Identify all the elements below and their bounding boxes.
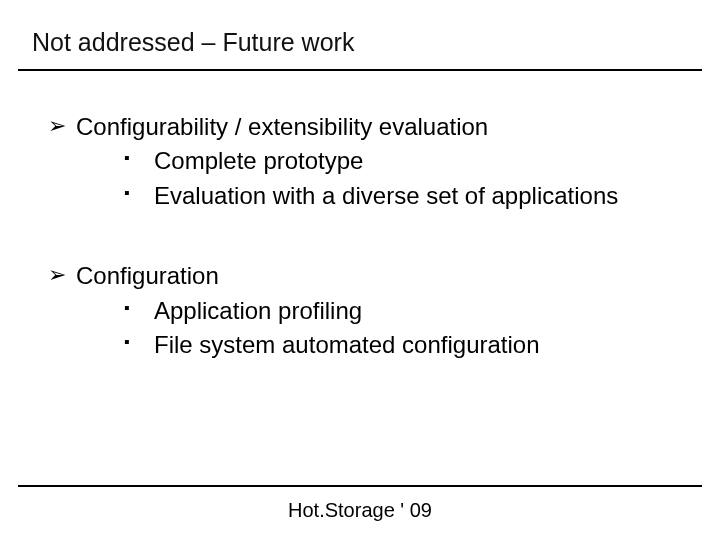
sub-list: ▪ Complete prototype ▪ Evaluation with a…	[124, 145, 690, 212]
list-item: ▪ Evaluation with a diverse set of appli…	[124, 180, 690, 212]
list-item: ▪ Application profiling	[124, 295, 690, 327]
bullet-text: Complete prototype	[154, 145, 363, 177]
sub-list: ▪ Application profiling ▪ File system au…	[124, 295, 690, 362]
slide-title: Not addressed – Future work	[32, 28, 720, 57]
slide-content: ➢ Configurability / extensibility evalua…	[0, 71, 720, 361]
footer-text: Hot.Storage ' 09	[18, 495, 702, 522]
bullet-text: Configuration	[76, 260, 219, 292]
list-item: ▪ File system automated configuration	[124, 329, 690, 361]
bullet-text: Application profiling	[154, 295, 362, 327]
bullet-list: ➢ Configurability / extensibility evalua…	[48, 111, 690, 361]
list-item: ▪ Complete prototype	[124, 145, 690, 177]
list-item: ➢ Configuration ▪ Application profiling …	[48, 260, 690, 361]
title-area: Not addressed – Future work	[0, 0, 720, 65]
bullet-text: Configurability / extensibility evaluati…	[76, 111, 488, 143]
bullet-text: File system automated configuration	[154, 329, 540, 361]
footer-divider	[18, 485, 702, 487]
square-icon: ▪	[124, 295, 154, 321]
footer: Hot.Storage ' 09	[18, 485, 702, 522]
square-icon: ▪	[124, 180, 154, 206]
square-icon: ▪	[124, 145, 154, 171]
arrow-icon: ➢	[48, 260, 76, 290]
arrow-icon: ➢	[48, 111, 76, 141]
slide: Not addressed – Future work ➢ Configurab…	[0, 0, 720, 540]
bullet-text: Evaluation with a diverse set of applica…	[154, 180, 618, 212]
square-icon: ▪	[124, 329, 154, 355]
list-item: ➢ Configurability / extensibility evalua…	[48, 111, 690, 212]
